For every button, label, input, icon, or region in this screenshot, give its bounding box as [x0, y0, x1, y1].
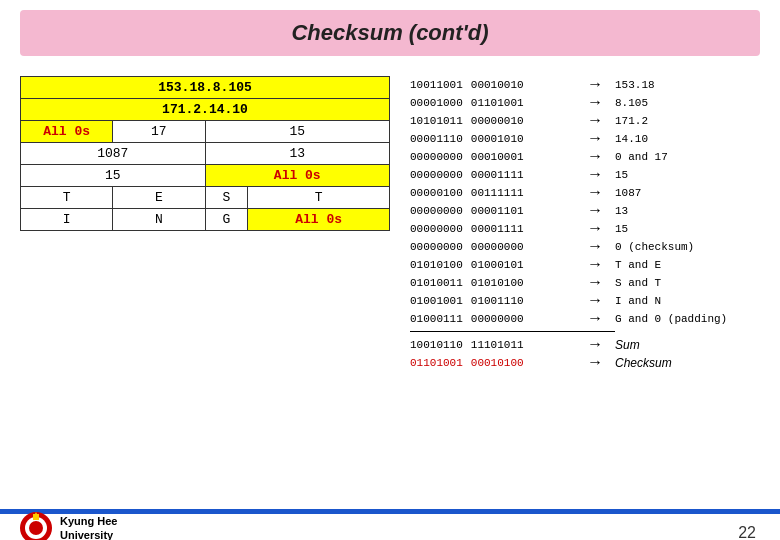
bin-row-7: 00000000 00001101 → 13 [410, 202, 760, 219]
table-row: 15 All 0s [21, 165, 390, 187]
arrow-11: → [575, 274, 615, 292]
bin-pair-8: 00000000 00001111 [410, 223, 575, 235]
result-10: T and E [615, 259, 661, 271]
binary-rows: 10011001 00010010 → 153.18 00001000 0110… [410, 76, 760, 327]
cell-15b: 15 [21, 165, 206, 187]
bin-pair-7: 00000000 00001101 [410, 205, 575, 217]
sum-binary: 10010110 11101011 [410, 339, 575, 351]
bin-pair-4: 00000000 00010001 [410, 151, 575, 163]
bin-pair-3: 00001110 00001010 [410, 133, 575, 145]
bin-row-1: 00001000 01101001 → 8.105 [410, 94, 760, 111]
checksum-arrow: → [575, 354, 615, 372]
checksum-binary: 01101001 00010100 [410, 357, 575, 369]
result-2: 171.2 [615, 115, 648, 127]
result-9: 0 (checksum) [615, 241, 694, 253]
title-bar: Checksum (cont'd) [20, 10, 760, 56]
bin-pair-2: 10101011 00000010 [410, 115, 575, 127]
logo-area: Kyung Hee University [18, 510, 117, 540]
table-row: T E S T [21, 187, 390, 209]
bin-row-12: 01001001 01001110 → I and N [410, 292, 760, 309]
arrow-4: → [575, 148, 615, 166]
logo-text: Kyung Hee University [60, 514, 117, 540]
arrow-3: → [575, 130, 615, 148]
logo-line2: University [60, 528, 117, 540]
result-6: 1087 [615, 187, 641, 199]
arrow-10: → [575, 256, 615, 274]
bin-row-9: 00000000 00000000 → 0 (checksum) [410, 238, 760, 255]
cell-1087: 1087 [21, 143, 206, 165]
bin-pair-10: 01010100 01000101 [410, 259, 575, 271]
arrow-12: → [575, 292, 615, 310]
sum-row: 10010110 11101011 → Sum [410, 336, 760, 354]
cell-15: 15 [205, 121, 390, 143]
sum-divider [410, 331, 615, 332]
result-12: I and N [615, 295, 661, 307]
cell-E: E [113, 187, 205, 209]
cell-13: 13 [205, 143, 390, 165]
page-number: 22 [738, 524, 756, 540]
arrow-13: → [575, 310, 615, 328]
bin-pair-1: 00001000 01101001 [410, 97, 575, 109]
bin-pair-6: 00000100 00111111 [410, 187, 575, 199]
slide: Checksum (cont'd) 153.18.8.105 171.2.14.… [0, 10, 780, 540]
sum-label: Sum [615, 338, 640, 352]
arrow-0: → [575, 76, 615, 94]
bin-row-10: 01010100 01000101 → T and E [410, 256, 760, 273]
result-0: 153.18 [615, 79, 655, 91]
left-section: 153.18.8.105 171.2.14.10 All 0s 17 15 10… [20, 76, 390, 461]
ip-row-1: 153.18.8.105 [21, 77, 390, 99]
cell-T1: T [21, 187, 113, 209]
bin-pair-9: 00000000 00000000 [410, 241, 575, 253]
table-row: All 0s 17 15 [21, 121, 390, 143]
result-5: 15 [615, 169, 628, 181]
ip-row-2: 171.2.14.10 [21, 99, 390, 121]
right-section: 10011001 00010010 → 153.18 00001000 0110… [410, 76, 760, 461]
result-8: 15 [615, 223, 628, 235]
bin-pair-13: 01000111 00000000 [410, 313, 575, 325]
checksum-label: Checksum [615, 356, 672, 370]
result-4: 0 and 17 [615, 151, 668, 163]
arrow-9: → [575, 238, 615, 256]
sum-arrow: → [575, 336, 615, 354]
cell-all0s-3: All 0s [248, 209, 390, 231]
bin-pair-12: 01001001 01001110 [410, 295, 575, 307]
result-13: G and 0 (padding) [615, 313, 727, 325]
content-area: 153.18.8.105 171.2.14.10 All 0s 17 15 10… [0, 66, 780, 471]
bin-row-5: 00000000 00001111 → 15 [410, 166, 760, 183]
cell-all0s: All 0s [21, 121, 113, 143]
arrow-7: → [575, 202, 615, 220]
cell-17: 17 [113, 121, 205, 143]
svg-point-2 [29, 521, 43, 535]
bin-row-8: 00000000 00001111 → 15 [410, 220, 760, 237]
cell-T2: T [248, 187, 390, 209]
footer: Kyung Hee University 22 [0, 498, 780, 540]
bin-row-13: 01000111 00000000 → G and 0 (padding) [410, 310, 760, 327]
cell-I: I [21, 209, 113, 231]
cell-N: N [113, 209, 205, 231]
arrow-8: → [575, 220, 615, 238]
logo-line1: Kyung Hee [60, 514, 117, 528]
result-11: S and T [615, 277, 661, 289]
university-logo-icon [18, 510, 54, 540]
checksum-table: 153.18.8.105 171.2.14.10 All 0s 17 15 10… [20, 76, 390, 231]
bin-pair-11: 01010011 01010100 [410, 277, 575, 289]
checksum-row: 01101001 00010100 → Checksum [410, 354, 760, 372]
bin-row-2: 10101011 00000010 → 171.2 [410, 112, 760, 129]
bin-pair-5: 00000000 00001111 [410, 169, 575, 181]
table-row: 171.2.14.10 [21, 99, 390, 121]
table-row: I N G All 0s [21, 209, 390, 231]
bin-row-6: 00000100 00111111 → 1087 [410, 184, 760, 201]
result-1: 8.105 [615, 97, 648, 109]
bin-row-0: 10011001 00010010 → 153.18 [410, 76, 760, 93]
slide-title: Checksum (cont'd) [40, 20, 740, 46]
arrow-6: → [575, 184, 615, 202]
bin-pair-0: 10011001 00010010 [410, 79, 575, 91]
bin-row-4: 00000000 00010001 → 0 and 17 [410, 148, 760, 165]
arrow-1: → [575, 94, 615, 112]
result-3: 14.10 [615, 133, 648, 145]
arrow-2: → [575, 112, 615, 130]
bin-row-3: 00001110 00001010 → 14.10 [410, 130, 760, 147]
cell-S: S [205, 187, 248, 209]
table-row: 153.18.8.105 [21, 77, 390, 99]
result-7: 13 [615, 205, 628, 217]
